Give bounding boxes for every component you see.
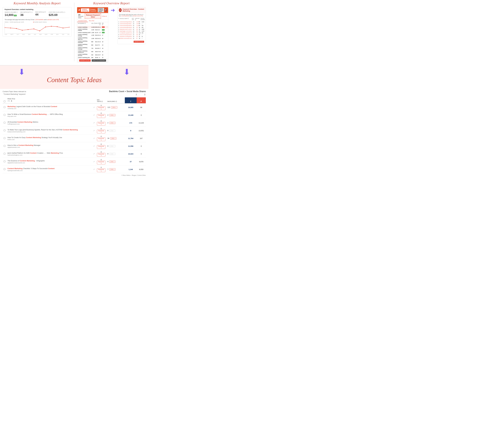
page-title-8: The Essence of Content Marketing - Infog… — [8, 160, 91, 162]
keywords-btn-4[interactable]: Keywords ∨ — [97, 130, 105, 133]
kw-row-4: content marketing strategy 1,300$24.0544… — [77, 34, 108, 37]
left-title: Keyword Monthly Analysis Report — [3, 1, 71, 5]
kw-ideas-footer: EXPORT TO CSV COPY TO CLIPBOARD — [77, 59, 108, 62]
top-section: Keyword Monthly Analysis Report Keyword … — [0, 0, 149, 65]
col-sd-right: SD — [138, 18, 140, 20]
row-checkbox-1[interactable] — [4, 106, 5, 108]
keywords-btn-6[interactable]: Keywords ∨ — [97, 145, 105, 149]
links-btn-disabled-4: Links − — [109, 130, 115, 132]
backlinks-num-2: 2 — [107, 114, 108, 116]
page-url-4: kotawcontentmarketing.com — [8, 131, 91, 132]
keywords-btn-2[interactable]: Keywords ∨ — [97, 114, 105, 118]
backlinks-cell-1: 112 Links ∨ — [106, 103, 125, 111]
page-title-6: How to Hire a Content Marketing Manager — [8, 144, 91, 147]
links-btn-8[interactable]: Links ∨ — [109, 160, 115, 163]
col-cpc: CPC ⓘ — [95, 23, 99, 26]
small-arrows-container: ⬇ ⬇ — [109, 93, 146, 96]
kw-name-4: content marketing strategy — [78, 34, 91, 36]
col-url-label: URL — [8, 100, 10, 102]
kw-avg-text: The average web page that ranks in the t… — [5, 19, 70, 20]
pin-shares-2: 0 — [137, 111, 146, 119]
links-btn-3[interactable]: Links ∨ — [109, 122, 115, 124]
pin-shares-6: 0 — [137, 142, 146, 150]
fb-shares-8: 37 — [125, 158, 137, 166]
serp-row-6: 6wayzblogger.com/content-marketing/ 1250… — [118, 30, 146, 32]
ext-link-7[interactable]: ↗ — [92, 150, 96, 158]
links-btn-1[interactable]: Links ∨ — [111, 106, 117, 108]
col-pin-header: P — [137, 97, 146, 103]
ext-link-1[interactable]: ↗ — [92, 103, 96, 111]
keywords-btn-9[interactable]: Keywords ∨ — [97, 168, 105, 172]
keywords-btn-8[interactable]: Keywords ∨ — [97, 161, 105, 164]
bottom-section: Content Topic Ideas relevant to "Content… — [0, 89, 149, 179]
pin-shares-8: 9,878 — [137, 158, 146, 166]
kw-name-5: content marketing agencies — [78, 37, 91, 40]
kw-overview-right-desc: The average web page that ranks in the t… — [118, 13, 146, 18]
row-checkbox-4[interactable] — [4, 130, 5, 131]
page-title-cell-3: 29 Essential Content Marketing Metricshu… — [6, 119, 92, 127]
links-btn-9[interactable]: Links ∨ — [109, 168, 115, 171]
select-all-checkbox[interactable] — [4, 100, 5, 102]
filters-btn[interactable]: Filters▼ — [103, 16, 107, 17]
row-checkbox-2[interactable] — [4, 114, 5, 116]
row-checkbox-7[interactable] — [4, 153, 5, 155]
kw-pd-1: 44 — [99, 26, 102, 28]
kw-row-8: content marketing manager 720$13.681719 — [77, 47, 108, 50]
ext-link-4[interactable]: ↗ — [92, 127, 96, 134]
pin-shares-3: 13,225 — [137, 119, 146, 127]
domain-score-link-right[interactable]: domain score of 52 — [133, 15, 143, 17]
search-icon[interactable]: 🔍 — [105, 9, 107, 11]
kw-ideas-tabs[interactable]: SUGGESTIONS RELATED — [77, 20, 108, 22]
fb-shares-4: 9 — [125, 127, 137, 134]
serp-row-7: 7en.wikipedia.org/wiki/Content_marketing… — [118, 32, 146, 34]
ext-link-5[interactable]: ↗ — [92, 134, 96, 142]
keywords-btn-7[interactable]: Keywords ∨ — [97, 153, 105, 157]
backlinks-link[interactable]: 1,316 backlinks — [35, 19, 44, 20]
tab-related[interactable]: RELATED — [88, 20, 95, 22]
tab-suggestions[interactable]: SUGGESTIONS — [77, 20, 88, 22]
backlinks-cell-6: 0 Links − — [106, 142, 125, 150]
bottom-desc: Content Topic Ideas relevant to "Content… — [3, 90, 146, 96]
kw-name-7: content marketing definition — [78, 44, 91, 46]
copy-clipboard-btn[interactable]: COPY TO CLIPBOARD — [92, 59, 106, 61]
backlinks-num-5: 34 — [107, 137, 109, 139]
row-checkbox-cell-6 — [3, 142, 6, 150]
row-checkbox-6[interactable] — [4, 145, 5, 147]
links-btn-disabled-7: Links − — [109, 153, 115, 155]
export-csv-btn[interactable]: EXPORT TO CSV — [79, 59, 91, 61]
kw-overview-right-title: M Keyword Overview - Content Marketing — [118, 7, 146, 13]
keywords-btn-5[interactable]: Keywords ∨ — [97, 137, 105, 141]
ext-link-6[interactable]: ↗ — [92, 142, 96, 150]
row-checkbox-8[interactable] — [4, 160, 5, 162]
kw-row-2: content marketing institute 2,400$16.916… — [77, 28, 108, 32]
row-checkbox-3[interactable] — [4, 122, 5, 123]
kw-overview-right-title-text: Keyword Overview - Content Marketing — [123, 8, 144, 12]
row-checkbox-cell-8 — [3, 158, 6, 166]
links-btn-2[interactable]: Links ∨ — [109, 114, 115, 116]
export-csv-right-btn[interactable]: EXPORT TO CSV — [134, 41, 144, 43]
arrow-down-left: ⬇ — [18, 68, 25, 76]
row-checkbox-9[interactable] — [4, 168, 5, 170]
page-title-cell-4: To Make Your Logo [and Business] Sparkle… — [6, 127, 92, 134]
kw-overview-right-table-head: # GOOGLE SERP ⓘ EST. VOL LINKS ⓘ SD SOCI… — [118, 18, 146, 21]
keywords-btn-3[interactable]: Keywords ∨ — [97, 122, 105, 126]
region-selector[interactable]: English / United States — [98, 8, 104, 12]
serp-row-8: 8forbescom/sites/joshsteimle/2014/09/19/… — [118, 34, 146, 36]
backlinks-cell-9: 7 Links ∨ — [106, 166, 125, 173]
ext-link-2[interactable]: ↗ — [92, 111, 96, 119]
links-btn-5[interactable]: Links ∨ — [110, 137, 116, 140]
metric-search-volume-label: SEARCH VOLUME ⓘ — [5, 11, 18, 13]
domain-score-link[interactable]: domain score of 82 — [48, 19, 59, 20]
kw-name-10: content marketing services — [78, 54, 91, 56]
col-backlinks-label: BACKLINKS — [107, 101, 115, 102]
keywords-btn-1[interactable]: Keywords ∨ — [97, 106, 105, 110]
backlinks-link-right[interactable]: 1,316 backlinks — [121, 15, 129, 17]
kw-sd-8: 19 — [102, 48, 105, 49]
ext-link-8[interactable]: ↗ — [92, 158, 96, 166]
ext-link-9[interactable]: ↗ — [92, 166, 96, 173]
col-checkbox — [3, 97, 6, 103]
ext-link-3[interactable]: ↗ — [92, 119, 96, 127]
kw-name-6: content marketing examples — [78, 40, 91, 43]
kw-input-val[interactable]: content marketing — [81, 9, 89, 12]
row-checkbox-5[interactable] — [4, 137, 5, 139]
